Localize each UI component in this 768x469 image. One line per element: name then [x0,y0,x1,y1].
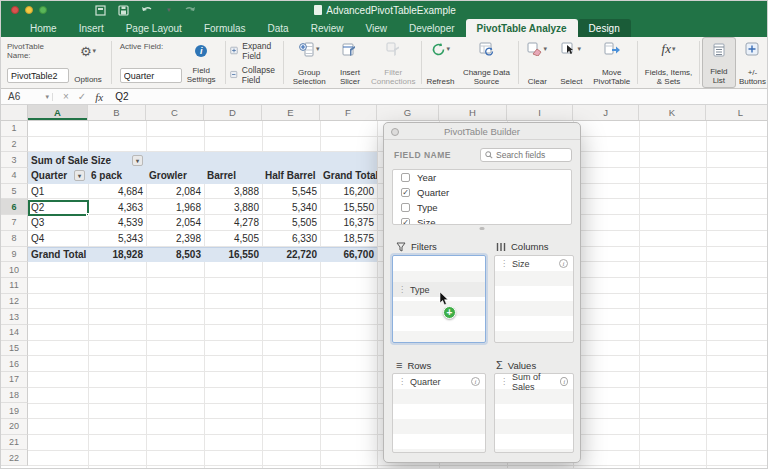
active-cell-selection[interactable] [28,200,89,217]
tab-pivottable-analyze[interactable]: PivotTable Analyze [466,19,578,37]
total-value-cell[interactable]: 66,700 [320,248,377,263]
row-header-20[interactable]: 20 [1,419,28,435]
search-fields-input[interactable] [496,150,566,160]
tab-review[interactable]: Review [300,19,355,37]
group-selection-button[interactable]: ▾ Group Selection [286,37,332,88]
total-value-cell[interactable]: 22,720 [262,248,320,263]
row-header-4[interactable]: 4 [1,168,28,184]
pivot-corner-cell[interactable]: Sum of Sales [28,152,88,168]
expand-field-button[interactable]: Expand Field [230,41,278,61]
pivot-col-header[interactable]: 6 pack [88,168,146,184]
rows-field-quarter[interactable]: ⋮ Quarter i [393,374,485,389]
field-row-year[interactable]: Year [393,170,571,185]
field-checkbox-year[interactable] [401,173,410,182]
row-header-5[interactable]: 5 [1,184,28,200]
fill-handle[interactable] [86,213,89,216]
value-cell[interactable]: 16,200 [320,184,377,200]
row-label-cell[interactable]: Q3 [28,215,88,231]
undo-icon[interactable] [141,5,154,16]
row-header-10[interactable]: 10 [1,262,28,278]
column-header-E[interactable]: E [262,105,320,120]
total-value-cell[interactable]: 16,550 [204,248,262,263]
filters-drop-zone[interactable]: ⋮ Type + [392,255,486,343]
columns-field-size[interactable]: ⋮ Size i [495,256,573,271]
builder-titlebar[interactable]: PivotTable Builder [384,123,580,140]
filter-connections-button[interactable]: Filter Connections [368,37,419,88]
value-cell[interactable]: 5,343 [88,231,146,247]
row-header-13[interactable]: 13 [1,309,28,325]
field-info-icon[interactable]: i [471,377,480,386]
column-header-F[interactable]: F [320,105,377,120]
field-checkbox-quarter[interactable]: ✓ [401,188,410,197]
row-header-19[interactable]: 19 [1,403,28,419]
formula-content[interactable]: Q2 [115,91,128,102]
undo-dropdown-arrow-icon[interactable]: ▾ [167,6,171,14]
pivottable-name-input[interactable] [7,68,69,83]
value-cell[interactable]: 2,054 [146,215,204,231]
column-header-A[interactable]: A [28,105,88,120]
quarter-filter-dropdown-icon[interactable]: ▾ [74,170,85,181]
clear-button[interactable]: ▾ Clear [520,37,554,88]
options-button[interactable]: ⚙▾ Options [71,39,105,86]
field-checkbox-size[interactable]: ✓ [401,218,410,225]
row-header-3[interactable]: 3 [1,152,28,168]
field-list-button[interactable]: Field List [702,37,736,88]
confirm-entry-icon[interactable]: ✓ [78,91,86,102]
value-cell[interactable]: 5,340 [262,199,320,215]
value-cell[interactable]: 5,545 [262,184,320,200]
name-box-dropdown-arrow-icon[interactable]: ▾ [45,93,53,101]
field-settings-button[interactable]: i Field Settings [184,39,219,86]
values-field-sum-of-sales[interactable]: ⋮ Sum of Sales i [495,374,573,389]
size-filter-dropdown-icon[interactable]: ▾ [132,155,143,166]
column-header-L[interactable]: L [706,105,768,120]
value-cell[interactable]: 16,375 [320,215,377,231]
column-header-G[interactable]: G [377,105,439,120]
field-list-resize-handle[interactable] [480,227,485,230]
select-all-corner[interactable] [1,105,28,120]
pivot-col-header[interactable]: Growler [146,168,204,184]
tab-insert[interactable]: Insert [68,19,115,37]
move-pivottable-button[interactable]: Move PivotTable [588,37,635,88]
new-document-icon[interactable] [95,5,106,16]
row-header-2[interactable]: 2 [1,137,28,153]
row-header-22[interactable]: 22 [1,450,28,466]
value-cell[interactable]: 18,575 [320,231,377,247]
row-header-21[interactable]: 21 [1,435,28,451]
column-header-D[interactable]: D [204,105,262,120]
value-cell[interactable]: 4,278 [204,215,262,231]
row-header-14[interactable]: 14 [1,325,28,341]
minimize-window-button[interactable] [25,6,33,14]
column-header-B[interactable]: B [88,105,146,120]
value-cell[interactable]: 5,505 [262,215,320,231]
column-header-K[interactable]: K [639,105,706,120]
zoom-window-button[interactable] [39,6,47,14]
tab-page-layout[interactable]: Page Layout [115,19,193,37]
field-row-quarter[interactable]: ✓Quarter [393,185,571,200]
column-header-H[interactable]: H [439,105,507,120]
row-label-cell[interactable]: Q1 [28,184,88,200]
row-header-17[interactable]: 17 [1,372,28,388]
fields-items-sets-button[interactable]: fx▾ Fields, Items, & Sets [640,37,697,88]
columns-drop-zone[interactable]: ⋮ Size i [494,255,574,343]
field-info-icon[interactable]: i [560,377,568,386]
value-cell[interactable]: 4,505 [204,231,262,247]
cancel-entry-icon[interactable]: × [63,91,69,102]
value-cell[interactable]: 1,968 [146,199,204,215]
grand-total-label-cell[interactable]: Grand Total [28,248,88,263]
row-header-7[interactable]: 7 [1,215,28,231]
row-header-16[interactable]: 16 [1,356,28,372]
row-label-cell[interactable]: Q4 [28,231,88,247]
value-cell[interactable]: 4,363 [88,199,146,215]
rows-drop-zone[interactable]: ⋮ Quarter i [392,373,486,453]
pivot-col-header[interactable]: Grand Total [320,168,377,184]
redo-icon[interactable] [183,5,196,16]
value-cell[interactable]: 6,330 [262,231,320,247]
builder-close-icon[interactable] [391,128,399,136]
value-cell[interactable]: 2,084 [146,184,204,200]
row-header-15[interactable]: 15 [1,341,28,357]
row-header-18[interactable]: 18 [1,388,28,404]
row-header-11[interactable]: 11 [1,278,28,294]
name-box[interactable]: A6 ▾ [1,91,53,102]
column-header-C[interactable]: C [146,105,204,120]
tab-data[interactable]: Data [257,19,300,37]
